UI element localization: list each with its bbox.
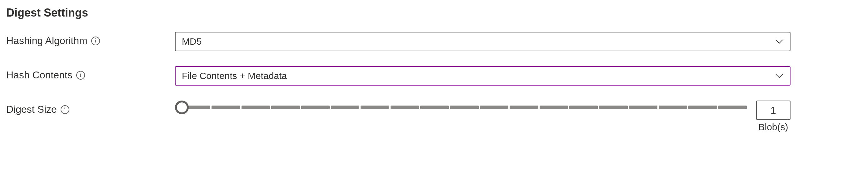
digest-size-control: Blob(s) <box>175 100 790 132</box>
section-title: Digest Settings <box>6 6 862 19</box>
hash-contents-select[interactable]: File Contents + Metadata <box>175 66 790 86</box>
slider-segment <box>659 105 687 109</box>
hashing-algorithm-row: Hashing Algorithm i MD5 <box>6 32 862 51</box>
hashing-algorithm-select-wrapper: MD5 <box>175 32 790 51</box>
digest-settings-section: Digest Settings Hashing Algorithm i MD5 … <box>6 6 862 132</box>
digest-size-unit: Blob(s) <box>758 122 788 132</box>
hashing-algorithm-control: MD5 <box>175 32 790 51</box>
digest-size-slider-row: Blob(s) <box>175 100 790 132</box>
hash-contents-label: Hash Contents <box>6 69 72 81</box>
slider-segment <box>301 105 330 109</box>
digest-size-label-cell: Digest Size i <box>6 100 175 115</box>
hash-contents-control: File Contents + Metadata <box>175 66 790 86</box>
slider-segment <box>271 105 300 109</box>
hash-contents-row: Hash Contents i File Contents + Metadata <box>6 66 862 86</box>
slider-segment <box>450 105 478 109</box>
digest-size-number-col: Blob(s) <box>756 100 790 132</box>
slider-segment <box>361 105 389 109</box>
hash-contents-label-cell: Hash Contents i <box>6 66 175 81</box>
slider-segment <box>331 105 359 109</box>
digest-size-slider[interactable] <box>175 100 747 114</box>
slider-segment <box>480 105 508 109</box>
slider-segment <box>718 105 747 109</box>
slider-thumb[interactable] <box>175 100 189 114</box>
digest-size-row: Digest Size i <box>6 100 862 132</box>
slider-segment <box>599 105 627 109</box>
info-icon[interactable]: i <box>91 36 100 45</box>
slider-segment <box>212 105 240 109</box>
slider-segment <box>509 105 538 109</box>
slider-segment <box>569 105 598 109</box>
digest-size-label: Digest Size <box>6 104 57 115</box>
digest-size-input[interactable] <box>756 100 790 120</box>
info-icon[interactable]: i <box>76 71 85 80</box>
slider-segment <box>688 105 717 109</box>
hashing-algorithm-select[interactable]: MD5 <box>175 32 790 51</box>
hashing-algorithm-label-cell: Hashing Algorithm i <box>6 32 175 46</box>
hashing-algorithm-label: Hashing Algorithm <box>6 35 88 46</box>
slider-segment <box>391 105 419 109</box>
slider-segment <box>629 105 657 109</box>
slider-segment <box>242 105 270 109</box>
info-icon[interactable]: i <box>61 105 69 114</box>
hash-contents-select-wrapper: File Contents + Metadata <box>175 66 790 86</box>
slider-segment <box>539 105 568 109</box>
slider-segment <box>420 105 449 109</box>
slider-track <box>182 105 747 109</box>
